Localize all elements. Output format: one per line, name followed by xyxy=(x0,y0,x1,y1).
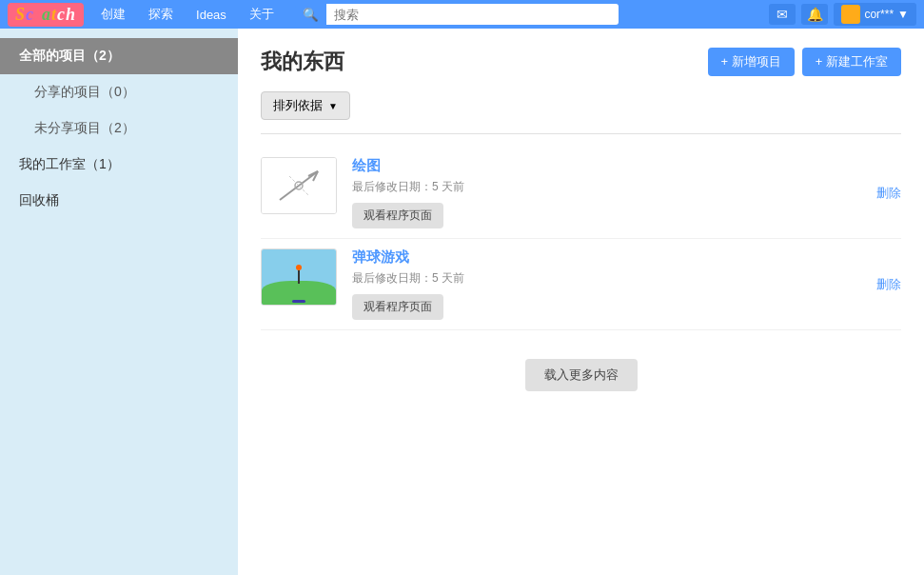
sort-button[interactable]: 排列依据 xyxy=(261,91,350,120)
project-name-ballgame[interactable]: 弹球游戏 xyxy=(352,248,861,267)
nav-icons: ✉ 🔔 cor*** ▼ xyxy=(769,3,916,26)
project-date-drawing: 最后修改日期：5 天前 xyxy=(352,179,861,195)
envelope-icon: ✉ xyxy=(777,7,788,22)
delete-link-ballgame[interactable]: 删除 xyxy=(876,276,901,293)
project-info-ballgame: 弹球游戏 最后修改日期：5 天前 观看程序页面 xyxy=(352,248,861,320)
search-icon: 🔍 xyxy=(303,8,319,22)
svg-line-0 xyxy=(280,171,318,200)
content-area: 我的东西 + 新增项目 + 新建工作室 排列依据 xyxy=(238,29,924,575)
nav-ideas[interactable]: Ideas xyxy=(187,4,236,26)
header-buttons: + 新增项目 + 新建工作室 xyxy=(708,48,901,76)
content-header: 我的东西 + 新增项目 + 新建工作室 xyxy=(261,48,901,76)
load-more-container: 载入更多内容 xyxy=(261,359,901,410)
drawing-thumb-icon xyxy=(270,162,327,209)
sidebar-item-shared[interactable]: 分享的项目（0） xyxy=(0,74,238,110)
messages-button[interactable]: ✉ xyxy=(769,4,796,25)
search-bar: 🔍 xyxy=(295,4,619,25)
user-menu-button[interactable]: cor*** ▼ xyxy=(834,3,916,26)
project-card-drawing: 绘图 最后修改日期：5 天前 观看程序页面 删除 xyxy=(261,148,901,239)
username-label: cor*** xyxy=(864,8,894,21)
nav-about[interactable]: 关于 xyxy=(240,2,284,27)
sidebar-item-unshared[interactable]: 未分享项目（2） xyxy=(0,110,238,147)
stick-decoration xyxy=(298,270,300,284)
game-thumb-bg xyxy=(262,249,336,305)
new-studio-button[interactable]: + 新建工作室 xyxy=(802,48,901,76)
sidebar-item-studios[interactable]: 我的工作室（1） xyxy=(0,147,238,183)
project-thumbnail-ballgame xyxy=(261,248,337,306)
project-info-drawing: 绘图 最后修改日期：5 天前 观看程序页面 xyxy=(352,157,861,228)
view-button-drawing[interactable]: 观看程序页面 xyxy=(352,203,443,228)
project-date-ballgame: 最后修改日期：5 天前 xyxy=(352,270,861,287)
drawing-thumb-bg xyxy=(262,158,336,213)
main-layout: 全部的项目（2） 分享的项目（0） 未分享项目（2） 我的工作室（1） 回收桶 … xyxy=(0,29,924,575)
scratch-logo[interactable]: Scratch xyxy=(8,3,84,27)
avatar xyxy=(841,5,860,24)
chevron-down-icon: ▼ xyxy=(897,8,909,21)
divider xyxy=(261,133,901,134)
project-card-ballgame: 弹球游戏 最后修改日期：5 天前 观看程序页面 删除 xyxy=(261,239,901,330)
nav-create[interactable]: 创建 xyxy=(91,2,135,27)
search-button[interactable]: 🔍 xyxy=(295,5,326,25)
nav-explore[interactable]: 探索 xyxy=(139,2,183,27)
notifications-button[interactable]: 🔔 xyxy=(801,4,828,25)
search-input[interactable] xyxy=(326,4,619,25)
sidebar-item-all[interactable]: 全部的项目（2） xyxy=(0,38,238,74)
bell-icon: 🔔 xyxy=(807,7,823,22)
new-project-button[interactable]: + 新增项目 xyxy=(708,48,795,76)
ball-decoration xyxy=(296,265,302,270)
project-thumbnail-drawing xyxy=(261,157,337,214)
navbar: Scratch 创建 探索 Ideas 关于 🔍 ✉ 🔔 cor*** ▼ xyxy=(0,0,924,29)
view-button-ballgame[interactable]: 观看程序页面 xyxy=(352,294,443,320)
page-title: 我的东西 xyxy=(261,48,344,76)
load-more-button[interactable]: 载入更多内容 xyxy=(525,359,638,391)
delete-link-drawing[interactable]: 删除 xyxy=(876,185,901,202)
paddle-decoration xyxy=(292,300,305,303)
sidebar-item-trash[interactable]: 回收桶 xyxy=(0,183,238,219)
project-name-drawing[interactable]: 绘图 xyxy=(352,157,861,175)
sidebar: 全部的项目（2） 分享的项目（0） 未分享项目（2） 我的工作室（1） 回收桶 xyxy=(0,29,238,575)
